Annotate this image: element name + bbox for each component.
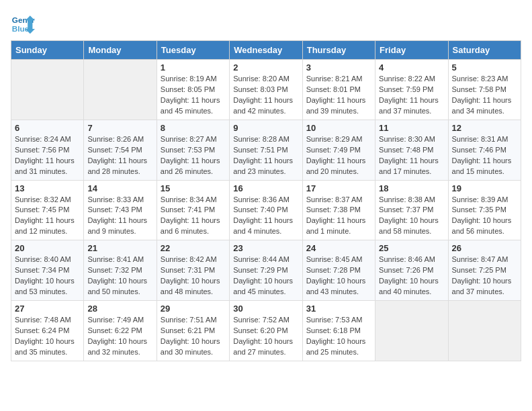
week-row-2: 6Sunrise: 8:24 AMSunset: 7:56 PMDaylight… <box>11 120 521 180</box>
weekday-header-row: SundayMondayTuesdayWednesdayThursdayFrid… <box>11 41 521 60</box>
day-number: 18 <box>379 183 444 193</box>
calendar-cell: 11Sunrise: 8:30 AMSunset: 7:48 PMDayligh… <box>375 120 448 180</box>
day-number: 17 <box>306 183 371 193</box>
day-number: 20 <box>15 243 80 253</box>
day-info: Sunrise: 8:30 AMSunset: 7:48 PMDaylight:… <box>379 134 444 177</box>
day-number: 8 <box>161 123 226 133</box>
day-info: Sunrise: 8:33 AMSunset: 7:43 PMDaylight:… <box>87 195 152 238</box>
calendar-cell: 12Sunrise: 8:31 AMSunset: 7:46 PMDayligh… <box>448 120 521 180</box>
day-info: Sunrise: 7:51 AMSunset: 6:21 PMDaylight:… <box>161 315 226 358</box>
calendar-cell: 14Sunrise: 8:33 AMSunset: 7:43 PMDayligh… <box>84 180 157 240</box>
day-info: Sunrise: 8:34 AMSunset: 7:41 PMDaylight:… <box>161 195 226 238</box>
calendar-cell: 1Sunrise: 8:19 AMSunset: 8:05 PMDaylight… <box>157 60 229 120</box>
day-number: 11 <box>379 123 444 133</box>
calendar-cell: 30Sunrise: 7:52 AMSunset: 6:20 PMDayligh… <box>230 301 302 361</box>
calendar-cell: 21Sunrise: 8:41 AMSunset: 7:32 PMDayligh… <box>84 240 157 301</box>
day-number: 6 <box>15 123 80 133</box>
calendar-cell: 9Sunrise: 8:28 AMSunset: 7:51 PMDaylight… <box>230 120 302 180</box>
calendar-cell: 13Sunrise: 8:32 AMSunset: 7:45 PMDayligh… <box>11 180 84 240</box>
calendar-cell: 16Sunrise: 8:36 AMSunset: 7:40 PMDayligh… <box>230 180 302 240</box>
day-info: Sunrise: 8:29 AMSunset: 7:49 PMDaylight:… <box>306 134 371 177</box>
day-info: Sunrise: 8:19 AMSunset: 8:05 PMDaylight:… <box>161 74 226 117</box>
day-info: Sunrise: 8:40 AMSunset: 7:34 PMDaylight:… <box>15 255 80 298</box>
weekday-header-thursday: Thursday <box>302 41 375 60</box>
weekday-header-wednesday: Wednesday <box>230 41 302 60</box>
day-info: Sunrise: 7:52 AMSunset: 6:20 PMDaylight:… <box>233 315 298 358</box>
day-info: Sunrise: 8:20 AMSunset: 8:03 PMDaylight:… <box>233 74 298 117</box>
calendar-cell: 3Sunrise: 8:21 AMSunset: 8:01 PMDaylight… <box>302 60 375 120</box>
calendar-cell: 31Sunrise: 7:53 AMSunset: 6:18 PMDayligh… <box>302 301 375 361</box>
day-number: 5 <box>452 62 517 73</box>
day-info: Sunrise: 7:48 AMSunset: 6:24 PMDaylight:… <box>15 315 80 358</box>
day-info: Sunrise: 8:41 AMSunset: 7:32 PMDaylight:… <box>87 255 152 298</box>
day-info: Sunrise: 7:53 AMSunset: 6:18 PMDaylight:… <box>306 315 371 358</box>
day-info: Sunrise: 8:31 AMSunset: 7:46 PMDaylight:… <box>452 134 517 177</box>
day-number: 21 <box>87 243 152 253</box>
day-number: 2 <box>233 62 298 73</box>
day-number: 15 <box>161 183 226 193</box>
day-info: Sunrise: 8:37 AMSunset: 7:38 PMDaylight:… <box>306 195 371 238</box>
calendar-cell <box>11 60 84 120</box>
day-number: 19 <box>452 183 517 193</box>
day-info: Sunrise: 8:32 AMSunset: 7:45 PMDaylight:… <box>15 195 80 238</box>
day-info: Sunrise: 8:45 AMSunset: 7:28 PMDaylight:… <box>306 255 371 298</box>
day-number: 10 <box>306 123 371 133</box>
day-info: Sunrise: 8:24 AMSunset: 7:56 PMDaylight:… <box>15 134 80 177</box>
day-number: 13 <box>15 183 80 193</box>
calendar-table: SundayMondayTuesdayWednesdayThursdayFrid… <box>11 40 521 361</box>
svg-text:Blue: Blue <box>12 24 30 33</box>
day-info: Sunrise: 8:39 AMSunset: 7:35 PMDaylight:… <box>452 195 517 238</box>
day-number: 30 <box>233 304 298 314</box>
weekday-header-friday: Friday <box>375 41 448 60</box>
day-number: 22 <box>161 243 226 253</box>
calendar-cell <box>375 301 448 361</box>
day-info: Sunrise: 8:44 AMSunset: 7:29 PMDaylight:… <box>233 255 298 298</box>
day-number: 24 <box>306 243 371 253</box>
day-number: 14 <box>87 183 152 193</box>
day-info: Sunrise: 8:22 AMSunset: 7:59 PMDaylight:… <box>379 74 444 117</box>
day-number: 16 <box>233 183 298 193</box>
calendar-cell: 19Sunrise: 8:39 AMSunset: 7:35 PMDayligh… <box>448 180 521 240</box>
day-number: 29 <box>161 304 226 314</box>
day-info: Sunrise: 8:46 AMSunset: 7:26 PMDaylight:… <box>379 255 444 298</box>
day-number: 27 <box>15 304 80 314</box>
calendar-cell: 10Sunrise: 8:29 AMSunset: 7:49 PMDayligh… <box>302 120 375 180</box>
calendar-cell: 26Sunrise: 8:47 AMSunset: 7:25 PMDayligh… <box>448 240 521 301</box>
calendar-cell: 27Sunrise: 7:48 AMSunset: 6:24 PMDayligh… <box>11 301 84 361</box>
weekday-header-saturday: Saturday <box>448 41 521 60</box>
day-number: 23 <box>233 243 298 253</box>
day-info: Sunrise: 8:47 AMSunset: 7:25 PMDaylight:… <box>452 255 517 298</box>
day-info: Sunrise: 8:36 AMSunset: 7:40 PMDaylight:… <box>233 195 298 238</box>
day-number: 25 <box>379 243 444 253</box>
calendar-cell: 17Sunrise: 8:37 AMSunset: 7:38 PMDayligh… <box>302 180 375 240</box>
weekday-header-tuesday: Tuesday <box>157 41 229 60</box>
day-info: Sunrise: 7:49 AMSunset: 6:22 PMDaylight:… <box>87 315 152 358</box>
day-info: Sunrise: 8:23 AMSunset: 7:58 PMDaylight:… <box>452 74 517 117</box>
calendar-cell <box>448 301 521 361</box>
week-row-4: 20Sunrise: 8:40 AMSunset: 7:34 PMDayligh… <box>11 240 521 301</box>
calendar-cell: 28Sunrise: 7:49 AMSunset: 6:22 PMDayligh… <box>84 301 157 361</box>
week-row-1: 1Sunrise: 8:19 AMSunset: 8:05 PMDaylight… <box>11 60 521 120</box>
calendar-cell: 5Sunrise: 8:23 AMSunset: 7:58 PMDaylight… <box>448 60 521 120</box>
weekday-header-monday: Monday <box>84 41 157 60</box>
day-number: 1 <box>161 62 226 73</box>
day-number: 31 <box>306 304 371 314</box>
page-header: General Blue <box>11 11 521 35</box>
calendar-cell: 15Sunrise: 8:34 AMSunset: 7:41 PMDayligh… <box>157 180 229 240</box>
logo: General Blue <box>11 11 35 35</box>
day-info: Sunrise: 8:21 AMSunset: 8:01 PMDaylight:… <box>306 74 371 117</box>
day-number: 9 <box>233 123 298 133</box>
calendar-cell: 23Sunrise: 8:44 AMSunset: 7:29 PMDayligh… <box>230 240 302 301</box>
calendar-cell: 25Sunrise: 8:46 AMSunset: 7:26 PMDayligh… <box>375 240 448 301</box>
calendar-cell <box>84 60 157 120</box>
calendar-cell: 8Sunrise: 8:27 AMSunset: 7:53 PMDaylight… <box>157 120 229 180</box>
day-number: 7 <box>87 123 152 133</box>
day-info: Sunrise: 8:26 AMSunset: 7:54 PMDaylight:… <box>87 134 152 177</box>
day-number: 28 <box>87 304 152 314</box>
logo-icon: General Blue <box>11 11 35 35</box>
calendar-cell: 6Sunrise: 8:24 AMSunset: 7:56 PMDaylight… <box>11 120 84 180</box>
calendar-cell: 24Sunrise: 8:45 AMSunset: 7:28 PMDayligh… <box>302 240 375 301</box>
weekday-header-sunday: Sunday <box>11 41 84 60</box>
calendar-cell: 18Sunrise: 8:38 AMSunset: 7:37 PMDayligh… <box>375 180 448 240</box>
calendar-cell: 20Sunrise: 8:40 AMSunset: 7:34 PMDayligh… <box>11 240 84 301</box>
